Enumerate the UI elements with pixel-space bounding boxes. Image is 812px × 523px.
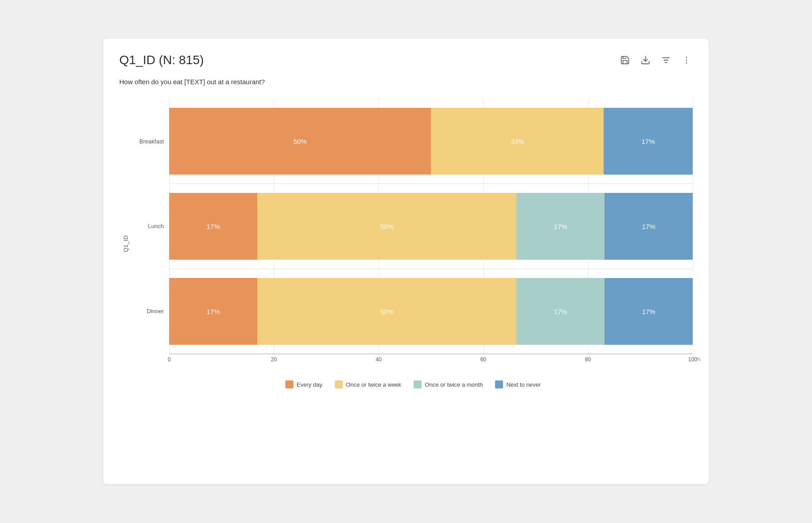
bar-segment: 17% bbox=[516, 193, 605, 260]
legend: Every dayOnce or twice a weekOnce or twi… bbox=[134, 380, 693, 388]
bar-segment: 17% bbox=[604, 108, 693, 175]
x-axis-labels: 020406080100 bbox=[169, 354, 693, 366]
legend-item: Once or twice a month bbox=[414, 380, 483, 388]
legend-item: Next to never bbox=[495, 380, 540, 388]
bar-segment: 17% bbox=[516, 278, 605, 345]
chart-title: Q1_ID (N: 815) bbox=[119, 53, 204, 67]
x-axis-label: 60 bbox=[480, 356, 486, 363]
bar-track: 17%50%17%17% bbox=[169, 278, 693, 345]
x-axis: 020406080100 % bbox=[169, 354, 693, 366]
x-axis-label: 100 bbox=[688, 356, 697, 363]
chart-inner: BreakfastLunchDinner 50%33%17%17%50%17%1… bbox=[134, 99, 693, 388]
bar-row: 50%33%17% bbox=[169, 99, 693, 184]
y-row-label: Breakfast bbox=[134, 99, 164, 184]
y-axis-label: Q1_ID bbox=[119, 99, 132, 388]
x-axis-label: 20 bbox=[271, 356, 277, 363]
bar-segment: 50% bbox=[257, 193, 516, 260]
svg-point-4 bbox=[686, 57, 687, 58]
x-axis-label: 80 bbox=[585, 356, 591, 363]
bar-track: 17%50%17%17% bbox=[169, 193, 693, 260]
bar-segment: 17% bbox=[605, 278, 693, 345]
bar-segment: 17% bbox=[169, 193, 257, 260]
y-row-label: Dinner bbox=[134, 269, 164, 354]
svg-point-5 bbox=[686, 60, 687, 61]
legend-item: Every day bbox=[285, 380, 322, 388]
grid-line bbox=[693, 99, 693, 354]
y-row-label: Lunch bbox=[134, 184, 164, 269]
filter-button[interactable] bbox=[660, 54, 672, 66]
question-text: How often do you eat [TEXT] out at a res… bbox=[119, 78, 693, 86]
legend-item: Once or twice a week bbox=[335, 380, 401, 388]
toolbar bbox=[619, 54, 693, 66]
more-button[interactable] bbox=[680, 54, 693, 66]
x-axis-label: 0 bbox=[168, 356, 171, 363]
legend-label: Next to never bbox=[506, 381, 540, 388]
bar-segment: 33% bbox=[431, 108, 604, 175]
bar-row: 17%50%17%17% bbox=[169, 184, 693, 269]
svg-point-6 bbox=[686, 62, 687, 64]
legend-swatch bbox=[335, 380, 343, 388]
legend-label: Every day bbox=[296, 381, 322, 388]
save-button[interactable] bbox=[619, 54, 631, 66]
bar-track: 50%33%17% bbox=[169, 108, 693, 175]
bar-segment: 17% bbox=[169, 278, 257, 345]
bar-segment: 50% bbox=[257, 278, 516, 345]
legend-swatch bbox=[414, 380, 422, 388]
chart-card: Q1_ID (N: 815) bbox=[103, 39, 709, 484]
chart-header: Q1_ID (N: 815) bbox=[119, 53, 693, 67]
bars-section: BreakfastLunchDinner 50%33%17%17%50%17%1… bbox=[134, 99, 693, 354]
y-axis-row-labels: BreakfastLunchDinner bbox=[134, 99, 169, 354]
bars-container: 50%33%17%17%50%17%17%17%50%17%17% bbox=[169, 99, 693, 354]
download-button[interactable] bbox=[639, 54, 652, 66]
legend-swatch bbox=[285, 380, 293, 388]
legend-swatch bbox=[495, 380, 503, 388]
bar-row: 17%50%17%17% bbox=[169, 269, 693, 354]
x-axis-label: 40 bbox=[376, 356, 382, 363]
x-axis-pct-label: % bbox=[696, 356, 701, 362]
legend-label: Once or twice a week bbox=[346, 381, 401, 388]
chart-area: Q1_ID BreakfastLunchDinner 50%33%17%17%5… bbox=[119, 99, 693, 388]
legend-label: Once or twice a month bbox=[425, 381, 483, 388]
bar-segment: 50% bbox=[169, 108, 431, 175]
bar-segment: 17% bbox=[605, 193, 693, 260]
